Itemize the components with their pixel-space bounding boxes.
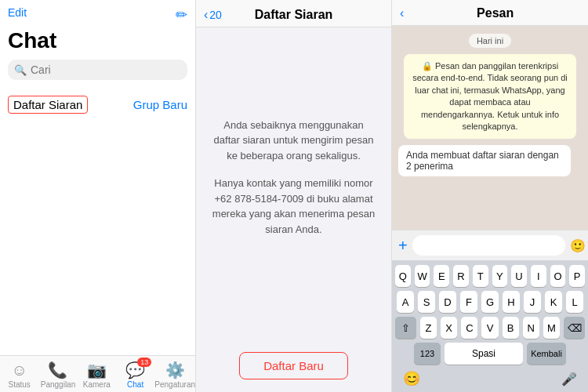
panel3-header: ‹ Pesan [392,0,588,26]
key-e[interactable]: E [434,265,449,287]
daftar-baru-button[interactable]: Daftar Baru [239,352,348,379]
key-shift[interactable]: ⇧ [395,317,416,339]
message-input[interactable] [412,235,565,256]
key-num[interactable]: 123 [414,343,441,365]
key-i[interactable]: I [531,265,546,287]
tab-calls[interactable]: 📞 Panggilan [38,361,77,389]
key-u[interactable]: U [511,265,527,287]
broadcast-list-panel: ‹ 20 Daftar Siaran Anda sebaiknya menggu… [196,0,392,392]
chat-area: Hari ini 🔒 Pesan dan panggilan terenkrip… [392,26,588,230]
key-t[interactable]: T [473,265,488,287]
status-icon: ☺ [11,361,27,379]
key-r[interactable]: R [453,265,469,287]
chat-message: Anda membuat daftar siaran dengan 2 pene… [398,145,571,176]
key-l[interactable]: L [566,291,583,313]
key-y[interactable]: Y [492,265,508,287]
calls-icon: 📞 [48,361,67,379]
key-x[interactable]: X [441,317,457,339]
key-c[interactable]: C [461,317,477,339]
input-icon-group: 🙂 📷 🎤 [570,238,588,253]
keyboard-row-3: ⇧ Z X C V B N M ⌫ [395,317,585,339]
key-v[interactable]: V [481,317,498,339]
key-s[interactable]: S [418,291,435,313]
keyboard: Q W E R T Y U I O P A S D F G H J K L ⇧ … [392,260,588,392]
tab-status-label: Status [8,380,30,389]
panel1-top: Edit ✏ Chat 🔍 [0,0,195,91]
search-icon: 🔍 [14,64,27,76]
message-input-row: + 🙂 📷 🎤 [392,230,588,260]
key-j[interactable]: J [524,291,541,313]
panel2-title: Daftar Siaran [255,8,333,22]
panel3-title: Pesan [410,6,580,20]
panel2-description-2: Hanya kontak yang memiliki nomor +62 878… [212,176,376,237]
key-h[interactable]: H [503,291,520,313]
panel2-back-button[interactable]: ‹ 20 [204,8,222,22]
key-space[interactable]: Spasi [445,343,523,365]
tab-camera-label: Kamera [83,380,111,389]
tab-chat[interactable]: 💬 13 Chat [116,361,154,389]
key-m[interactable]: M [543,317,560,339]
tab-calls-label: Panggilan [41,380,75,389]
broadcast-row: Daftar Siaran Grup Baru [0,91,195,118]
panel2-header: ‹ 20 Daftar Siaran [196,0,391,27]
tab-bar: ☺ Status 📞 Panggilan 📷 Kamera 💬 13 Chat … [0,355,195,392]
search-input[interactable] [31,64,181,76]
key-return[interactable]: Kembali [527,343,566,365]
panel2-back-label: 20 [209,9,222,21]
sticker-icon[interactable]: 🙂 [570,238,586,253]
daftar-siaran-button[interactable]: Daftar Siaran [8,96,88,114]
key-a[interactable]: A [397,291,414,313]
chat-badge: 13 [137,358,151,367]
key-g[interactable]: G [481,291,499,313]
chat-title: Chat [8,28,187,53]
tab-status[interactable]: ☺ Status [0,361,38,389]
mic-key[interactable]: 🎤 [557,370,582,388]
key-q[interactable]: Q [395,265,411,287]
panel2-description-1: Anda sebaiknya menggunakan daftar siaran… [212,118,376,164]
panel1-header: Edit ✏ [8,6,187,24]
camera-icon: 📷 [87,361,107,379]
plus-button[interactable]: + [398,237,408,255]
key-w[interactable]: W [415,265,430,287]
key-z[interactable]: Z [420,317,437,339]
key-p[interactable]: P [569,265,585,287]
panel2-content: Anda sebaiknya menggunakan daftar siaran… [196,27,391,339]
back-arrow-icon: ‹ [204,8,208,22]
chat-tab-badge-container: 💬 13 [125,361,145,379]
key-f[interactable]: F [460,291,477,313]
keyboard-bottom-row: 😊 🎤 [395,368,585,389]
keyboard-row-1: Q W E R T Y U I O P [395,265,585,287]
settings-icon: ⚙️ [165,361,185,379]
key-o[interactable]: O [550,265,566,287]
key-k[interactable]: K [545,291,562,313]
keyboard-row-2: A S D F G H J K L [395,291,585,313]
system-message-bubble[interactable]: 🔒 Pesan dan panggilan terenkripsi secara… [404,54,576,139]
panel2-footer: Daftar Baru [196,339,391,392]
keyboard-row-4: 123 Spasi Kembali [395,343,585,365]
tab-settings[interactable]: ⚙️ Pengaturan [154,361,195,389]
new-group-button[interactable]: Grup Baru [133,98,187,111]
key-d[interactable]: D [439,291,456,313]
chat-list-panel: Edit ✏ Chat 🔍 Daftar Siaran Grup Baru ☺ … [0,0,196,392]
compose-button[interactable]: ✏ [176,6,187,24]
key-b[interactable]: B [503,317,519,339]
search-bar[interactable]: 🔍 [8,60,187,80]
key-n[interactable]: N [523,317,539,339]
panel3-back-button[interactable]: ‹ [400,6,404,20]
tab-chat-label: Chat [127,380,143,389]
message-panel: ‹ Pesan Hari ini 🔒 Pesan dan panggilan t… [392,0,588,392]
tab-settings-label: Pengaturan [154,380,195,389]
key-backspace[interactable]: ⌫ [564,317,585,339]
edit-button[interactable]: Edit [8,6,27,19]
date-label: Hari ini [469,34,511,48]
tab-camera[interactable]: 📷 Kamera [78,361,116,389]
emoji-key[interactable]: 😊 [398,368,425,389]
